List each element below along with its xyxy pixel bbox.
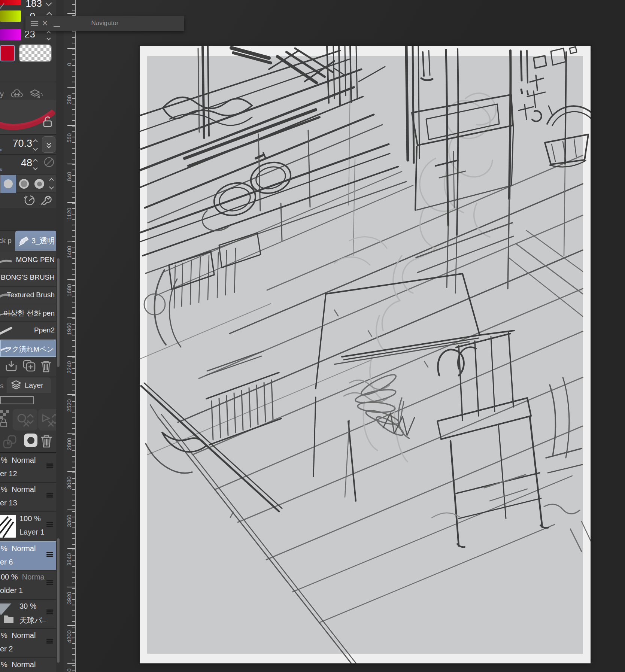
layer-menu-icon[interactable] <box>46 609 53 614</box>
size-dynamics-button[interactable] <box>42 136 55 153</box>
ruler-major-tick <box>67 202 75 203</box>
opacity-dynamics-button[interactable] <box>44 157 54 167</box>
layer-row[interactable]: 30 % 天球パ– <box>0 600 56 629</box>
layer-list-scrollbar[interactable] <box>57 538 60 663</box>
navigator-window-titlebar[interactable]: × Navigator <box>25 16 184 31</box>
brush-item[interactable]: Textured Brush <box>0 287 57 304</box>
sketch-under-counter <box>141 233 282 537</box>
layer-row[interactable]: % Normal <box>0 658 56 672</box>
canvas-page[interactable] <box>140 46 591 663</box>
ruler-major-tick <box>67 663 75 664</box>
aa-up-icon[interactable] <box>49 178 54 183</box>
ruler-label: 1960 <box>66 323 72 335</box>
layer-menu-icon[interactable] <box>46 493 53 498</box>
clip-to-layer-button[interactable] <box>13 409 37 431</box>
opacity-decrease-icon[interactable] <box>33 165 38 170</box>
ruler-label: 3080 <box>66 476 72 489</box>
marker-pen-icon <box>18 235 28 246</box>
chevron-down-icon[interactable] <box>46 36 51 40</box>
size-decrease-icon[interactable] <box>33 146 38 151</box>
layers-icon <box>10 380 22 390</box>
layer-menu-icon[interactable] <box>46 580 53 585</box>
brush-item[interactable]: Ppen2 <box>0 322 57 340</box>
tab-layer[interactable]: Layer <box>7 377 51 393</box>
aa-down-icon[interactable] <box>49 185 54 189</box>
ruler-label: 1120 <box>66 208 72 220</box>
ruler-major-tick <box>67 587 75 587</box>
layer-tab-label: Layer <box>25 381 43 390</box>
mask-circle <box>27 437 34 444</box>
layer-mask-button[interactable] <box>24 434 37 447</box>
divider <box>0 82 56 82</box>
layer-search-input[interactable] <box>0 396 34 404</box>
brush-tab-left[interactable]: ck p <box>0 231 14 251</box>
delete-layer-icon[interactable] <box>40 434 53 448</box>
brush-list-scrollbar[interactable] <box>57 258 60 367</box>
opacity-increase-icon[interactable] <box>33 159 38 164</box>
brush-item[interactable]: BONG'S BRUSH <box>0 269 57 287</box>
layer-tab-fragment[interactable]: s <box>0 382 4 390</box>
duplicate-brush-icon[interactable] <box>22 359 37 373</box>
transfer-layer-icon[interactable] <box>2 434 18 449</box>
canvas-area[interactable] <box>76 0 625 672</box>
ruler-major-tick <box>67 241 75 241</box>
aa-none-option[interactable] <box>0 175 16 193</box>
brush-item[interactable]: MONG PEN <box>0 252 57 269</box>
ruler-major-tick <box>67 471 75 472</box>
download-brush-icon[interactable] <box>4 359 18 373</box>
layer-menu-icon[interactable] <box>46 552 53 557</box>
color-slider-red-value[interactable]: 183 <box>22 0 42 9</box>
cloud-sync-icon[interactable] <box>10 88 25 100</box>
brush-tab-selected-label: 3_透明 <box>31 236 55 246</box>
brush-item-selected[interactable]: ンク潰れMペン <box>0 340 57 357</box>
chevron-down-icon[interactable] <box>46 0 52 6</box>
canvas-sketch[interactable] <box>140 46 591 663</box>
vertical-ruler[interactable]: 0028056084011201400168019602240252028003… <box>64 0 76 672</box>
transparency-lock-icon[interactable] <box>0 410 10 428</box>
sketch-display-case <box>412 51 513 273</box>
aa-strong-option[interactable] <box>32 175 47 193</box>
layer-menu-icon[interactable] <box>46 522 53 527</box>
layer-row[interactable]: % Normal er 12 <box>0 454 56 483</box>
layer-row[interactable]: 100 % Layer 1 <box>0 512 56 541</box>
ruler-label: 3920 <box>66 592 72 604</box>
layer-menu-icon[interactable] <box>46 463 53 468</box>
wrench-icon[interactable] <box>39 193 52 207</box>
layer-row[interactable]: % Normal er 13 <box>0 483 56 512</box>
ruler-major-tick <box>67 356 75 357</box>
folder-layer-thumbnail <box>0 603 16 625</box>
ruler-major-tick <box>67 87 75 88</box>
layer-menu-icon[interactable] <box>46 639 53 644</box>
brush-stroke-preview <box>0 100 56 134</box>
brush-thumb <box>0 326 13 337</box>
layer-stack-remove-icon[interactable] <box>28 88 45 100</box>
ruler-major-tick <box>67 433 75 434</box>
opacity-value[interactable]: 48 <box>4 157 32 169</box>
ruler-major-tick <box>67 394 75 395</box>
brush-item[interactable]: 이상한 선화 pen <box>0 304 57 322</box>
ruler-major-tick <box>67 13 75 14</box>
size-increase-icon[interactable] <box>33 139 38 144</box>
tool-tab-fragment[interactable]: y <box>0 90 4 98</box>
layer-row[interactable]: % Normal er 2 <box>0 629 56 658</box>
timer-icon[interactable] <box>23 194 35 206</box>
brush-size-value[interactable]: 70.3 <box>4 138 32 149</box>
transparent-color-swatch[interactable] <box>19 44 52 62</box>
unlock-icon[interactable] <box>42 115 53 127</box>
ruler-label: 4200 <box>66 630 72 642</box>
layer-row-selected[interactable]: % Normal er 6 <box>0 541 56 571</box>
main-color-swatch[interactable] <box>0 45 15 61</box>
ruler-label: 2240 <box>66 361 72 373</box>
ruler-label: 2800 <box>66 438 72 450</box>
chevron-up-icon[interactable] <box>46 31 51 35</box>
ruler-major-tick <box>67 48 75 49</box>
divider <box>0 134 56 135</box>
divider <box>0 154 56 155</box>
brush-tab-selected[interactable]: 3_透明 <box>15 231 57 251</box>
sketch-misc <box>334 67 591 551</box>
delete-brush-icon[interactable] <box>40 359 52 374</box>
ruler-major-tick <box>67 510 75 510</box>
aa-weak-option[interactable] <box>16 175 32 193</box>
layer-row[interactable]: 00 % Norma older 1 <box>0 571 56 600</box>
sketch-ghost-figure <box>334 93 496 462</box>
